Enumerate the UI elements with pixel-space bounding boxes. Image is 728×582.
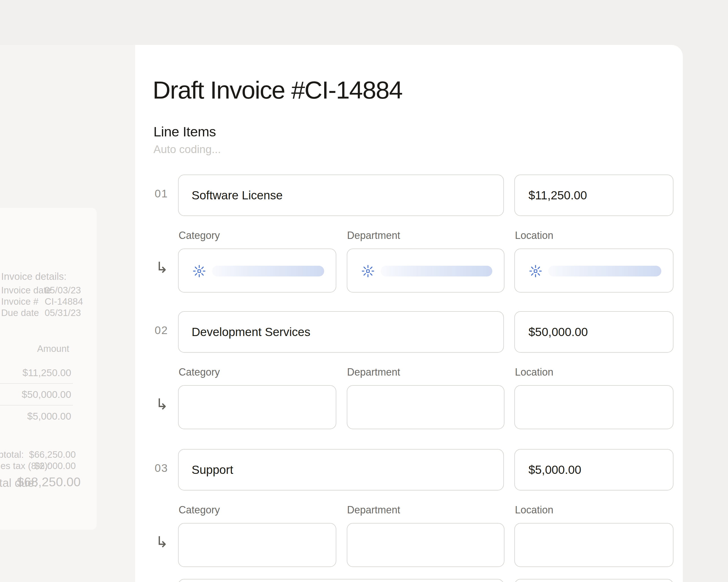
description-input[interactable]: Software License: [178, 174, 504, 216]
description-input[interactable]: Development Services: [178, 311, 504, 353]
loading-spinner-icon: [529, 265, 542, 278]
line-number: 01: [154, 188, 169, 200]
category-select[interactable]: [178, 249, 336, 293]
amount-input[interactable]: $50,000.00: [514, 311, 673, 353]
page-title: Draft Invoice #CI-14884: [153, 76, 402, 105]
department-loading-skeleton: [381, 266, 492, 276]
line-item-row-1: 01 Software License $11,250.00 Category …: [0, 174, 728, 310]
department-label: Department: [347, 229, 400, 242]
location-label: Location: [515, 366, 553, 378]
department-select[interactable]: [347, 385, 504, 429]
auto-coding-status: Auto coding...: [153, 143, 221, 156]
category-select[interactable]: [178, 385, 336, 429]
line-item-row-3: 03 Support $5,000.00 Category Department…: [0, 449, 728, 582]
indent-arrow-icon: ↳: [155, 396, 168, 412]
category-label: Category: [179, 229, 220, 242]
line-number: 02: [154, 324, 169, 337]
location-loading-skeleton: [548, 266, 661, 276]
location-select[interactable]: [514, 385, 673, 429]
invoice-editor-screen: Invoice details: Invoice date 05/03/23 I…: [0, 0, 728, 582]
amount-input[interactable]: [514, 579, 673, 582]
location-select[interactable]: [514, 249, 673, 293]
line-number: 03: [154, 462, 169, 474]
location-label: Location: [515, 504, 553, 516]
line-item-row-2: 02 Development Services $50,000.00 Categ…: [0, 311, 728, 447]
category-label: Category: [179, 366, 220, 378]
location-label: Location: [515, 229, 553, 242]
description-input[interactable]: Support: [178, 449, 504, 491]
description-input[interactable]: [178, 579, 504, 582]
category-loading-skeleton: [212, 266, 324, 276]
indent-arrow-icon: ↳: [155, 534, 168, 550]
category-select[interactable]: [178, 523, 336, 567]
department-label: Department: [347, 504, 400, 516]
amount-input[interactable]: $11,250.00: [514, 174, 673, 216]
department-select[interactable]: [347, 523, 504, 567]
location-select[interactable]: [514, 523, 673, 567]
line-items-heading: Line Items: [153, 124, 216, 139]
loading-spinner-icon: [361, 265, 374, 278]
department-label: Department: [347, 366, 400, 378]
line-item-row-4-clipped: [0, 579, 728, 582]
indent-arrow-icon: ↳: [155, 260, 168, 275]
department-select[interactable]: [347, 249, 504, 293]
loading-spinner-icon: [193, 265, 206, 278]
amount-input[interactable]: $5,000.00: [514, 449, 673, 491]
category-label: Category: [179, 504, 220, 516]
